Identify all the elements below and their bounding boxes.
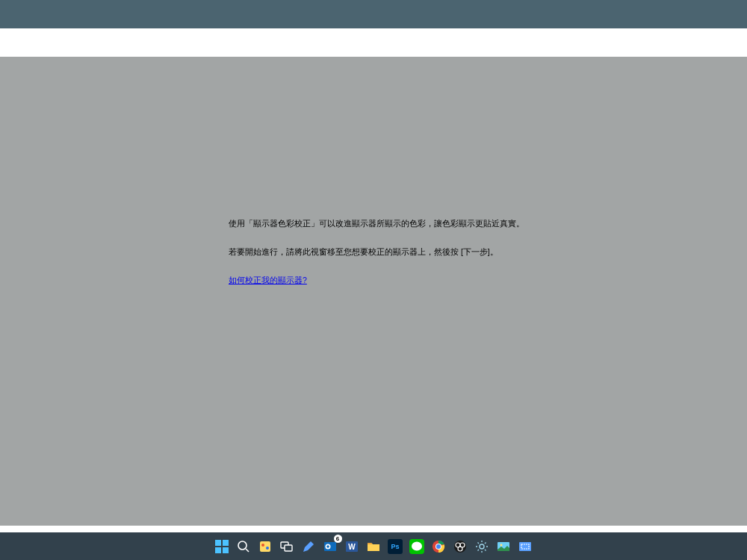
svg-point-8: [266, 547, 269, 550]
dialog-paragraph-1: 使用「顯示器色彩校正」可以改進顯示器所顯示的色彩，讓色彩顯示更貼近真實。: [229, 218, 602, 230]
taskbar-app-explorer[interactable]: [365, 537, 383, 556]
svg-point-7: [261, 544, 264, 547]
svg-rect-2: [215, 547, 221, 553]
line-icon: [409, 539, 424, 554]
taskbar: 6 W Ps: [0, 532, 747, 560]
search-button[interactable]: [235, 537, 253, 556]
obs-icon: [453, 540, 467, 553]
svg-point-13: [326, 545, 329, 548]
pen-icon: [302, 540, 315, 553]
app-icon-colorful: [258, 540, 272, 553]
svg-point-4: [238, 541, 247, 550]
svg-rect-0: [215, 540, 221, 546]
dialog-paragraph-2: 若要開始進行，請將此視窗移至您想要校正的顯示器上，然後按 [下一步]。: [229, 246, 602, 258]
start-button[interactable]: [213, 537, 232, 556]
chrome-icon: [432, 540, 445, 553]
taskbar-app-chrome[interactable]: [430, 537, 448, 556]
taskbar-app-settings[interactable]: [473, 537, 492, 556]
taskbar-app-pen[interactable]: [300, 537, 318, 556]
gear-icon: [475, 540, 489, 553]
calibration-dialog-text: 使用「顯示器色彩校正」可以改進顯示器所顯示的色彩，讓色彩顯示更貼近真實。 若要開…: [229, 218, 602, 286]
content-area: 使用「顯示器色彩校正」可以改進顯示器所顯示的色彩，讓色彩顯示更貼近真實。 若要開…: [0, 57, 747, 526]
svg-rect-3: [223, 547, 229, 553]
window-header-gap: [0, 28, 747, 57]
svg-point-26: [500, 544, 503, 546]
taskbar-app-imageviewer[interactable]: [495, 537, 513, 556]
snip-icon: [518, 540, 532, 553]
taskbar-app-line[interactable]: [408, 537, 427, 556]
task-view-icon: [280, 540, 294, 553]
task-view-button[interactable]: [278, 537, 297, 556]
taskbar-top-border: [0, 526, 747, 532]
folder-icon: [367, 540, 380, 553]
svg-point-19: [436, 544, 441, 549]
svg-rect-6: [260, 541, 270, 552]
svg-point-16: [412, 541, 422, 550]
svg-line-5: [246, 549, 249, 552]
svg-text:W: W: [348, 543, 356, 551]
search-icon: [237, 540, 250, 553]
windows-icon: [215, 540, 229, 553]
image-icon: [497, 540, 510, 553]
taskbar-app-obs[interactable]: [451, 537, 470, 556]
taskbar-app-1[interactable]: [256, 537, 275, 556]
taskbar-app-snip[interactable]: [516, 537, 535, 556]
taskbar-app-outlook[interactable]: 6: [321, 537, 340, 556]
svg-rect-1: [223, 540, 229, 546]
word-icon: W: [345, 540, 359, 553]
taskbar-app-word[interactable]: W: [343, 537, 362, 556]
outlook-badge: 6: [334, 535, 342, 543]
window-titlebar: [0, 0, 747, 28]
svg-point-24: [480, 544, 484, 549]
photoshop-icon: Ps: [388, 539, 403, 554]
taskbar-app-photoshop[interactable]: Ps: [386, 537, 405, 556]
help-link[interactable]: 如何校正我的顯示器?: [229, 276, 307, 284]
svg-rect-10: [285, 545, 292, 551]
